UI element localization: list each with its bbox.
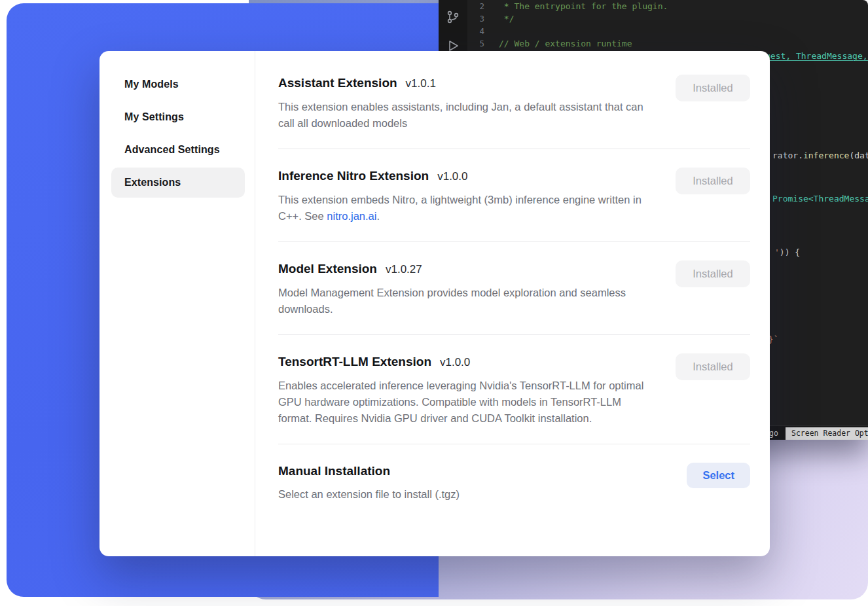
code-fragment: ')) {: [774, 247, 800, 257]
code-line: 3 */: [467, 12, 868, 25]
screen-reader-chip[interactable]: Screen Reader Optimiz: [786, 427, 868, 440]
extension-description: This extension embeds Nitro, a lightweig…: [278, 192, 657, 224]
manual-installation-row: Manual Installation Select an extension …: [278, 444, 750, 520]
sidebar-item-label: Extensions: [124, 177, 181, 188]
manual-installation-description: Select an extension file to install (.tg…: [278, 486, 460, 503]
extension-row-model: Model Extension v1.0.27 Model Management…: [278, 242, 750, 335]
installed-button[interactable]: Installed: [676, 353, 750, 380]
sidebar-item-extensions[interactable]: Extensions: [111, 168, 245, 198]
nitro-jan-ai-link[interactable]: nitro.jan.ai: [327, 210, 376, 222]
sidebar-item-my-models[interactable]: My Models: [111, 69, 245, 99]
code-line: 5// Web / extension runtime: [467, 37, 868, 50]
extension-version: v1.0.1: [406, 74, 436, 94]
installed-button[interactable]: Installed: [676, 168, 750, 194]
code-comment: */: [499, 14, 514, 24]
select-file-button[interactable]: Select: [687, 463, 750, 488]
sidebar-item-label: My Settings: [124, 111, 184, 123]
extension-row-assistant: Assistant Extension v1.0.1 This extensio…: [278, 56, 750, 149]
extension-name: Model Extension: [278, 259, 377, 279]
extension-version: v1.0.0: [440, 353, 470, 372]
sidebar-item-label: My Models: [124, 79, 179, 90]
sidebar-item-label: Advanced Settings: [124, 144, 220, 156]
line-number: 3: [467, 14, 499, 24]
extension-row-inference-nitro: Inference Nitro Extension v1.0.0 This ex…: [278, 149, 750, 242]
code-comment: * The entrypoint for the plugin.: [499, 1, 668, 11]
extension-name: TensortRT-LLM Extension: [278, 352, 431, 372]
desktop: 2 * The entrypoint for the plugin. 3 */ …: [0, 0, 868, 606]
extension-description: This extension enables assistants, inclu…: [278, 99, 657, 132]
line-number: 2: [467, 1, 499, 11]
extension-version: v1.0.0: [437, 167, 467, 187]
code-fragment: Promise<ThreadMessage>:: [772, 194, 868, 204]
extension-description: Model Management Extension provides mode…: [278, 285, 657, 317]
settings-modal: My Models My Settings Advanced Settings …: [99, 51, 770, 556]
manual-installation-title: Manual Installation: [278, 461, 390, 481]
settings-sidebar: My Models My Settings Advanced Settings …: [99, 51, 255, 556]
code-line: 2 * The entrypoint for the plugin.: [467, 0, 868, 12]
code-comment: // Web / extension runtime: [499, 39, 632, 48]
source-control-icon[interactable]: [445, 9, 461, 25]
extensions-panel: Assistant Extension v1.0.1 This extensio…: [255, 51, 770, 556]
extension-name: Inference Nitro Extension: [278, 166, 429, 186]
sidebar-item-my-settings[interactable]: My Settings: [111, 102, 245, 132]
extension-description: Enables accelerated inference leveraging…: [278, 378, 657, 427]
installed-button[interactable]: Installed: [676, 75, 750, 101]
line-number: 5: [467, 39, 499, 48]
status-text: go: [769, 429, 778, 438]
line-number: 4: [467, 26, 499, 36]
code-line: 4: [467, 25, 868, 37]
installed-button[interactable]: Installed: [676, 260, 750, 287]
sidebar-item-advanced-settings[interactable]: Advanced Settings: [111, 135, 245, 165]
extension-name: Assistant Extension: [278, 73, 397, 93]
extension-row-tensorrt-llm: TensortRT-LLM Extension v1.0.0 Enables a…: [278, 335, 750, 444]
code-fragment: rator.inference(data));: [772, 151, 868, 160]
extension-version: v1.0.27: [386, 260, 422, 279]
